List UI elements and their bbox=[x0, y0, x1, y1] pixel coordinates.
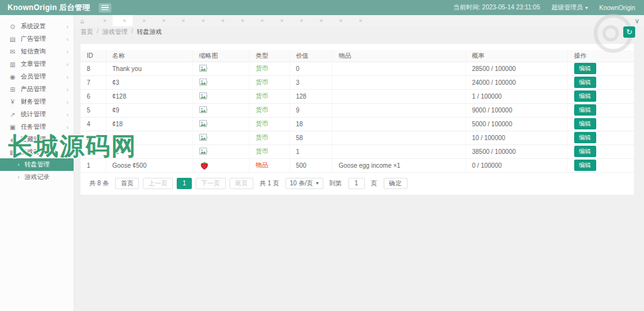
per-page-select[interactable]: 10 条/页 ▾ bbox=[286, 178, 323, 189]
close-icon[interactable]: × bbox=[221, 18, 225, 24]
tab-充值列表[interactable]: × bbox=[191, 15, 211, 26]
tab-经理等级设置[interactable]: × bbox=[231, 15, 250, 26]
tab-短信列表[interactable]: × bbox=[211, 15, 231, 26]
breadcrumb-separator: / bbox=[131, 28, 133, 36]
close-icon[interactable]: × bbox=[300, 18, 303, 24]
cell-type: 物品 bbox=[249, 158, 289, 172]
tab-任务列表[interactable]: × bbox=[290, 15, 309, 26]
edit-button[interactable]: 编辑 bbox=[574, 146, 596, 157]
cell-value: 1 bbox=[289, 145, 332, 158]
type-badge: 货币 bbox=[256, 120, 269, 127]
submenu-item-转盘管理[interactable]: ›转盘管理 bbox=[0, 158, 74, 171]
edit-button[interactable]: 编辑 bbox=[574, 77, 596, 88]
cell-name: ¢3 bbox=[106, 75, 192, 89]
sidebar-item-label: 广告管理 bbox=[21, 35, 67, 43]
page-first-button[interactable]: 首页 bbox=[115, 178, 139, 189]
sidebar-item-任务管理[interactable]: ▣任务管理‹ bbox=[0, 121, 74, 133]
close-icon[interactable]: × bbox=[339, 18, 342, 24]
close-icon[interactable]: × bbox=[260, 18, 264, 24]
page-last-button[interactable]: 尾页 bbox=[230, 178, 253, 189]
cell-value: 18 bbox=[289, 117, 332, 131]
goto-confirm-button[interactable]: 确定 bbox=[384, 178, 408, 189]
image-icon: ▤ bbox=[9, 36, 16, 43]
page-number-button[interactable]: 1 bbox=[177, 178, 192, 189]
sidebar-item-会员管理[interactable]: ◉会员管理‹ bbox=[0, 70, 74, 83]
tab-每日任务[interactable]: × bbox=[309, 15, 329, 26]
breadcrumb-item[interactable]: 游戏管理 bbox=[103, 28, 128, 36]
table-row: 5¢9货币99000 / 100000编辑 bbox=[80, 103, 634, 117]
tab-转盘管理[interactable]: × bbox=[113, 15, 132, 26]
close-icon[interactable]: × bbox=[162, 18, 165, 24]
cell-rate: 1 / 100000 bbox=[465, 89, 567, 103]
sidebar-item-系统设置[interactable]: ⊙系统设置‹ bbox=[0, 20, 74, 33]
edit-button[interactable]: 编辑 bbox=[574, 132, 596, 143]
edit-button[interactable]: 编辑 bbox=[574, 160, 596, 171]
edit-button[interactable]: 编辑 bbox=[574, 118, 596, 129]
money-icon: ¥ bbox=[9, 99, 16, 106]
role-dropdown[interactable]: 超级管理员 ▾ bbox=[552, 3, 588, 12]
sidebar-item-文章管理[interactable]: ▥文章管理‹ bbox=[0, 58, 74, 70]
sidebar-item-宝藏管理[interactable]: ◈宝藏管理‹ bbox=[0, 133, 74, 146]
edit-button[interactable]: 编辑 bbox=[574, 90, 596, 102]
sidebar-item-广告管理[interactable]: ▤广告管理‹ bbox=[0, 33, 74, 45]
close-icon[interactable]: × bbox=[359, 18, 362, 24]
cell-thumbnail bbox=[192, 103, 249, 117]
tab-每日任务记录[interactable]: × bbox=[329, 15, 348, 26]
hamburger-menu-icon[interactable] bbox=[99, 3, 111, 13]
breadcrumb-item[interactable]: 首页 bbox=[80, 28, 93, 36]
sidebar-item-产品管理[interactable]: ⊞产品管理‹ bbox=[0, 83, 74, 95]
close-icon[interactable]: × bbox=[201, 18, 204, 24]
cell-rate: 5000 / 100000 bbox=[465, 117, 567, 131]
tab-overflow-chevron-down-icon[interactable]: ∨ bbox=[631, 15, 643, 26]
table-row: 3¢58货币5810 / 100000编辑 bbox=[80, 131, 634, 145]
type-badge: 货币 bbox=[256, 148, 269, 155]
cell-name: Goose ¢500 bbox=[106, 158, 192, 172]
tab-宝藏派送[interactable]: × bbox=[349, 15, 369, 26]
cell-id: 8 bbox=[80, 62, 106, 75]
gear-icon: ⊙ bbox=[9, 23, 16, 30]
cell-id: 2 bbox=[80, 145, 106, 158]
submenu-item-游戏记录[interactable]: ›游戏记录 bbox=[0, 171, 74, 183]
tab-平台设置[interactable]: × bbox=[250, 15, 270, 26]
goto-page-input[interactable] bbox=[348, 178, 365, 189]
cell-rate: 0 / 100000 bbox=[465, 158, 567, 172]
close-icon[interactable]: × bbox=[143, 18, 146, 24]
sidebar-menu: ⊙系统设置‹▤广告管理‹✉短信查询‹▥文章管理‹◉会员管理‹⊞产品管理‹¥财务管… bbox=[0, 20, 74, 183]
edit-button[interactable]: 编辑 bbox=[574, 63, 596, 74]
edit-button[interactable]: 编辑 bbox=[574, 104, 596, 116]
breadcrumb: 首页/游戏管理/转盘游戏 bbox=[80, 28, 162, 36]
tab-我的桌面[interactable]: ⌂ bbox=[74, 15, 93, 26]
tab-等级记[interactable] bbox=[369, 15, 381, 26]
cell-thumbnail bbox=[192, 131, 249, 145]
close-icon[interactable]: × bbox=[123, 18, 126, 24]
broken-image-icon bbox=[199, 148, 208, 155]
chevron-left-icon: ‹ bbox=[67, 149, 69, 156]
page-prev-button[interactable]: 上一页 bbox=[143, 178, 173, 189]
sidebar-item-游戏管理[interactable]: ▦游戏管理‹ bbox=[0, 146, 74, 158]
prize-table: ID名称缩略图类型价值物品概率操作 8Thank you货币028500 / 1… bbox=[80, 50, 634, 173]
sidebar-item-统计管理[interactable]: ↗统计管理‹ bbox=[0, 108, 74, 121]
broken-image-icon bbox=[199, 79, 208, 85]
tab-订单列表[interactable]: × bbox=[270, 15, 289, 26]
close-icon[interactable]: × bbox=[319, 18, 323, 24]
cell-id: 4 bbox=[80, 117, 106, 131]
cell-value: 500 bbox=[289, 158, 332, 172]
close-icon[interactable]: × bbox=[103, 18, 106, 24]
sidebar-item-短信查询[interactable]: ✉短信查询‹ bbox=[0, 45, 74, 58]
tab-广告列表[interactable]: × bbox=[133, 15, 152, 26]
cell-type: 货币 bbox=[249, 103, 289, 117]
tab-文章列表[interactable]: × bbox=[172, 15, 191, 26]
type-badge: 货币 bbox=[256, 92, 269, 99]
close-icon[interactable]: × bbox=[182, 18, 185, 24]
envelope-icon: ✉ bbox=[9, 48, 16, 55]
tab-广告位列表[interactable]: × bbox=[152, 15, 172, 26]
refresh-button[interactable]: ↻ bbox=[623, 26, 635, 38]
close-icon[interactable]: × bbox=[241, 18, 244, 24]
page-next-button[interactable]: 下一页 bbox=[196, 178, 226, 189]
sidebar-item-财务管理[interactable]: ¥财务管理‹ bbox=[0, 95, 74, 108]
type-badge: 货币 bbox=[256, 134, 269, 141]
chevron-left-icon: ‹ bbox=[67, 74, 69, 80]
close-icon[interactable]: × bbox=[280, 18, 283, 24]
tab-会员列表[interactable]: × bbox=[93, 15, 113, 26]
broken-image-icon bbox=[199, 120, 208, 127]
